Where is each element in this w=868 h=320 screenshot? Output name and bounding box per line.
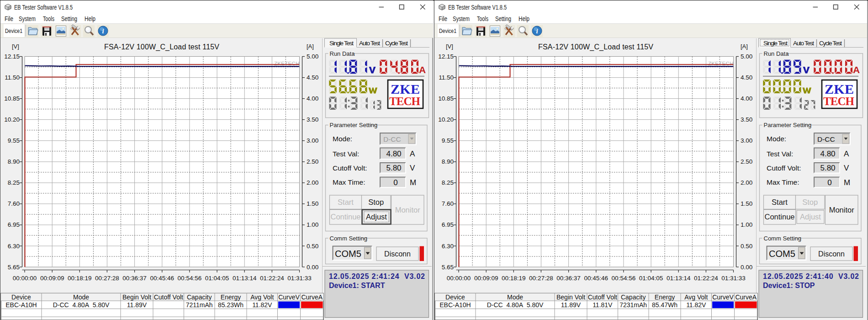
svg-text:EBC-A10H: EBC-A10H [5, 301, 37, 309]
svg-text:Monitor: Monitor [829, 206, 855, 214]
svg-text:7.60: 7.60 [8, 200, 20, 207]
svg-text:Cutoff Volt:: Cutoff Volt: [333, 164, 367, 172]
svg-text:M: M [844, 178, 850, 187]
svg-text:85.47Wh: 85.47Wh [652, 301, 677, 309]
svg-text:M: M [410, 178, 416, 187]
svg-text:1.00: 1.00 [741, 221, 752, 228]
svg-text:01:13:14: 01:13:14 [667, 275, 691, 282]
svg-text:Capacity: Capacity [187, 293, 212, 301]
svg-text:01:13:14: 01:13:14 [233, 275, 257, 282]
svg-text:Avg Volt: Avg Volt [250, 293, 274, 301]
svg-text:Adjust: Adjust [800, 213, 821, 221]
svg-text:Continue: Continue [764, 213, 794, 221]
svg-text:Test Val:: Test Val: [767, 150, 793, 158]
svg-text:Comm Setting: Comm Setting [330, 235, 367, 242]
svg-text:Parameter Setting: Parameter Setting [330, 122, 378, 128]
svg-text:Stop: Stop [802, 198, 818, 206]
svg-text:5.00: 5.00 [307, 53, 318, 60]
svg-text:00:36:37: 00:36:37 [556, 275, 581, 282]
svg-text:ZKETECH: ZKETECH [708, 61, 734, 66]
svg-text:4.50: 4.50 [741, 74, 752, 81]
svg-text:4.80: 4.80 [820, 149, 835, 158]
svg-text:00:54:56: 00:54:56 [612, 275, 636, 282]
svg-text:[A]: [A] [741, 43, 748, 50]
svg-text:Begin Volt: Begin Volt [556, 293, 585, 301]
svg-text:00:27:28: 00:27:28 [529, 275, 553, 282]
svg-text:FSA-12V 100W_C_Load test 115V: FSA-12V 100W_C_Load test 115V [104, 43, 219, 51]
svg-text:D-CC 4.80A 5.80V: D-CC 4.80A 5.80V [53, 301, 110, 309]
svg-text:System: System [19, 15, 36, 22]
svg-text:6.95: 6.95 [8, 221, 20, 228]
svg-text:Setting: Setting [61, 15, 77, 22]
svg-text:12.15: 12.15 [438, 53, 454, 60]
svg-text:Disconn: Disconn [384, 250, 411, 258]
svg-text:ZKE: ZKE [391, 81, 420, 96]
svg-text:Capacity: Capacity [621, 293, 646, 301]
svg-text:2.50: 2.50 [741, 158, 752, 165]
svg-text:6.30: 6.30 [8, 243, 20, 250]
svg-text:11.89V: 11.89V [561, 301, 581, 309]
svg-text:7.60: 7.60 [442, 200, 454, 207]
svg-text:Device1: Device1 [5, 27, 22, 34]
svg-text:Single Test: Single Test [329, 40, 354, 47]
svg-text:CurveA: CurveA [735, 293, 757, 301]
svg-text:ZKETECH: ZKETECH [274, 61, 300, 66]
svg-text:Cycle Test: Cycle Test [819, 40, 842, 47]
svg-text:FSA-12V 100W_C_Load test 115V: FSA-12V 100W_C_Load test 115V [538, 43, 653, 51]
svg-text:01:04:05: 01:04:05 [205, 275, 229, 282]
svg-text:Help: Help [519, 15, 529, 22]
svg-text:1.50: 1.50 [307, 200, 318, 207]
svg-text:Energy: Energy [655, 293, 675, 301]
svg-text:Device1: Device1 [439, 27, 456, 34]
svg-text:V: V [410, 164, 415, 172]
svg-text:11.89V: 11.89V [127, 301, 147, 309]
svg-text:5.00: 5.00 [741, 53, 752, 60]
svg-text:Mode: Mode [73, 293, 89, 301]
svg-text:D-CC 4.80A 5.80V: D-CC 4.80A 5.80V [487, 301, 544, 309]
svg-text:Run Data: Run Data [330, 50, 355, 57]
svg-text:Avg Volt: Avg Volt [684, 293, 708, 301]
svg-text:Continue: Continue [330, 213, 360, 221]
svg-text:3.50: 3.50 [307, 116, 318, 123]
svg-text:00:18:19: 00:18:19 [502, 275, 526, 282]
svg-text:0.50: 0.50 [741, 243, 752, 250]
svg-text:Start: Start [338, 198, 354, 206]
svg-text:5.65: 5.65 [442, 264, 454, 271]
svg-text:00:45:46: 00:45:46 [584, 275, 609, 282]
svg-text:11.50: 11.50 [439, 74, 454, 81]
svg-text:85.23Wh: 85.23Wh [218, 301, 243, 309]
svg-text:[V]: [V] [12, 43, 19, 50]
svg-text:4.80: 4.80 [386, 149, 401, 158]
svg-text:1.00: 1.00 [307, 221, 318, 228]
svg-text:Mode:: Mode: [333, 135, 352, 143]
svg-text:TECH: TECH [823, 95, 855, 107]
svg-text:7211mAh: 7211mAh [186, 301, 213, 309]
svg-text:12.15: 12.15 [4, 53, 20, 60]
svg-text:3.00: 3.00 [307, 137, 318, 144]
svg-text:9.55: 9.55 [442, 137, 454, 144]
svg-text:11.82V: 11.82V [686, 301, 706, 309]
svg-text:10.85: 10.85 [4, 95, 20, 102]
svg-text:12.05.2025 2:41:40 V3.02: 12.05.2025 2:41:40 V3.02 [763, 272, 859, 280]
svg-text:3.50: 3.50 [741, 116, 752, 123]
svg-text:Run Data: Run Data [764, 50, 789, 57]
svg-text:D-CC: D-CC [817, 135, 835, 143]
svg-text:Cycle Test: Cycle Test [385, 40, 408, 47]
svg-text:Test Val:: Test Val: [333, 150, 359, 158]
svg-text:COM5: COM5 [769, 249, 795, 259]
svg-text:9.55: 9.55 [8, 137, 20, 144]
svg-text:00:27:28: 00:27:28 [95, 275, 119, 282]
svg-text:Disconn: Disconn [818, 250, 845, 258]
svg-text:7231mAh: 7231mAh [619, 301, 647, 309]
svg-text:Mode:: Mode: [767, 135, 786, 143]
svg-text:Device: Device [11, 293, 31, 301]
svg-text:00:18:19: 00:18:19 [68, 275, 92, 282]
svg-text:4.50: 4.50 [307, 74, 318, 81]
svg-text:00:36:37: 00:36:37 [122, 275, 147, 282]
svg-text:EB Tester Software V1.8.5: EB Tester Software V1.8.5 [14, 4, 73, 11]
svg-text:8.90: 8.90 [8, 158, 20, 165]
svg-text:A: A [853, 64, 860, 75]
svg-text:3.00: 3.00 [741, 137, 752, 144]
svg-text:Max Time:: Max Time: [767, 178, 799, 186]
svg-text:Device1: START: Device1: START [329, 282, 385, 289]
